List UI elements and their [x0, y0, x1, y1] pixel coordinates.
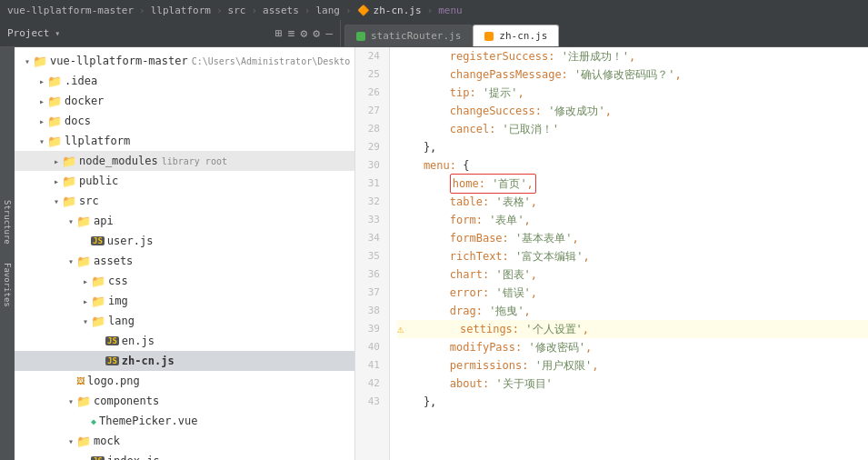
- code-seg-34: '基本表单': [515, 229, 572, 247]
- title-menu: menu: [438, 5, 463, 16]
- project-dropdown-arrow[interactable]: ▾: [55, 28, 60, 38]
- code-line-27: changeSuccess: '修改成功',: [397, 102, 868, 120]
- code-seg-25: '确认修改密码吗？': [574, 65, 674, 84]
- tree-arrow-5: ▸: [51, 156, 62, 166]
- tree-item-16[interactable]: 🖼logo.png: [15, 371, 354, 391]
- tree-arrow-0: ▾: [22, 56, 33, 66]
- folder-icon-8: 📁: [76, 215, 91, 228]
- code-seg-25: changePassMessage:: [397, 65, 574, 84]
- code-editor: 2425262728293031323334353637383940414243…: [355, 47, 868, 460]
- line-num-41: 41: [355, 356, 384, 375]
- tree-item-11[interactable]: ▸📁css: [15, 271, 354, 291]
- warn-icon-39: ⚠: [397, 320, 404, 338]
- code-lines[interactable]: registerSuccess: '注册成功！', changePassMess…: [390, 47, 868, 460]
- code-seg-42: about:: [397, 375, 495, 393]
- tree-item-15[interactable]: JSzh-cn.js: [15, 351, 354, 371]
- code-seg-39: settings:: [407, 320, 525, 338]
- code-seg-26: '提示': [483, 84, 517, 102]
- code-line-24: registerSuccess: '注册成功！',: [397, 47, 868, 65]
- folder-icon-17: 📁: [76, 395, 91, 408]
- code-line-30: menu: {: [397, 156, 868, 175]
- line-num-33: 33: [355, 211, 384, 229]
- tree-label-9: user.js: [107, 235, 154, 247]
- tree-item-5[interactable]: ▸📁node_moduleslibrary root: [15, 151, 354, 171]
- code-seg-35: richText:: [397, 247, 515, 265]
- tree-badge-5: library root: [162, 156, 227, 166]
- tree-label-11: css: [108, 275, 128, 287]
- tree-item-8[interactable]: ▾📁api: [15, 211, 354, 231]
- line-num-43: 43: [355, 393, 384, 411]
- folder-icon-4: 📁: [47, 135, 62, 148]
- tab-zh-cn-label: zh-cn.js: [499, 30, 547, 42]
- line-num-35: 35: [355, 247, 384, 265]
- tree-label-8: api: [94, 215, 114, 227]
- tree-item-7[interactable]: ▾📁src: [15, 191, 354, 211]
- tree-item-3[interactable]: ▸📁docs: [15, 111, 354, 131]
- tree-item-14[interactable]: JSen.js: [15, 331, 354, 351]
- code-seg-37: ,: [531, 284, 537, 302]
- tree-item-17[interactable]: ▾📁components: [15, 391, 354, 411]
- tree-item-6[interactable]: ▸📁public: [15, 171, 354, 191]
- tree-item-2[interactable]: ▸📁docker: [15, 91, 354, 111]
- tab-zh-cn[interactable]: zh-cn.js: [473, 25, 559, 46]
- line-num-38: 38: [355, 302, 384, 320]
- line-num-31: 31: [355, 175, 384, 193]
- favorites-tab[interactable]: Favorites: [3, 263, 12, 307]
- tree-extra-0: C:\Users\Administrator\Deskto: [192, 56, 351, 66]
- vue-icon-18: ◆: [91, 416, 96, 426]
- code-seg-27: changeSuccess:: [397, 102, 548, 120]
- tab-static-router-icon: [356, 32, 365, 41]
- code-seg-35: ,: [584, 247, 590, 265]
- tree-arrow-11: ▸: [80, 276, 91, 286]
- code-seg-28: '已取消！': [503, 120, 559, 138]
- sidebar-list-icon[interactable]: ≡: [288, 26, 295, 40]
- tree-item-9[interactable]: JSuser.js: [15, 231, 354, 251]
- tree-item-1[interactable]: ▸📁.idea: [15, 71, 354, 91]
- tree-item-4[interactable]: ▾📁llplatform: [15, 131, 354, 151]
- tree-label-15: zh-cn.js: [122, 355, 175, 367]
- tree-item-0[interactable]: ▾📁vue-llplatform-masterC:\Users\Administ…: [15, 51, 354, 71]
- tree-label-2: docker: [65, 95, 104, 107]
- title-src: src: [228, 5, 246, 16]
- code-line-25: changePassMessage: '确认修改密码吗？',: [397, 65, 868, 84]
- code-seg-33: '表单': [489, 211, 524, 229]
- structure-tab[interactable]: Structure: [3, 200, 12, 245]
- tree-label-4: llplatform: [65, 135, 130, 147]
- tree-item-12[interactable]: ▸📁img: [15, 291, 354, 311]
- tree-item-19[interactable]: ▾📁mock: [15, 431, 354, 451]
- code-seg-30: menu:: [397, 156, 463, 175]
- code-seg-40: modifyPass:: [397, 338, 529, 356]
- line-num-27: 27: [355, 102, 384, 120]
- js-icon-14: JS: [105, 336, 119, 345]
- tree-label-13: lang: [108, 315, 135, 327]
- code-line-33: form: '表单',: [397, 211, 868, 229]
- line-num-40: 40: [355, 338, 384, 356]
- sidebar-filter-icon[interactable]: ⚙: [301, 26, 308, 40]
- code-line-35: richText: '富文本编辑',: [397, 247, 868, 265]
- sidebar-minimize-icon[interactable]: —: [325, 26, 333, 40]
- folder-icon-2: 📁: [47, 95, 62, 108]
- code-seg-24: registerSuccess:: [397, 47, 562, 65]
- code-seg-38: '拖曳': [489, 302, 524, 320]
- tree-arrow-19: ▾: [65, 436, 76, 446]
- code-seg-29: },: [397, 138, 436, 156]
- tab-zh-cn-icon: [484, 32, 494, 41]
- tree-item-18[interactable]: ◆ThemePicker.vue: [15, 411, 354, 431]
- tree-arrow-17: ▾: [65, 396, 76, 406]
- line-num-37: 37: [355, 284, 384, 302]
- title-zhcn: zh-cn.js: [374, 5, 422, 16]
- code-line-42: about: '关于项目': [397, 375, 868, 393]
- code-seg-35: '富文本编辑': [515, 247, 583, 265]
- tree-item-13[interactable]: ▾📁lang: [15, 311, 354, 331]
- code-seg-39: '个人设置': [525, 320, 582, 338]
- tree-arrow-8: ▾: [65, 216, 76, 226]
- tree-item-10[interactable]: ▾📁assets: [15, 251, 354, 271]
- code-line-28: cancel: '已取消！': [397, 120, 868, 138]
- tab-static-router[interactable]: staticRouter.js: [344, 25, 473, 46]
- sidebar-settings-icon[interactable]: ⚙: [313, 26, 320, 40]
- sidebar-grid-icon[interactable]: ⊞: [275, 26, 283, 40]
- code-area: 2425262728293031323334353637383940414243…: [355, 47, 868, 460]
- folder-icon-3: 📁: [47, 115, 62, 128]
- code-line-34: formBase: '基本表单',: [397, 229, 868, 247]
- tree-item-20[interactable]: JSindex.js: [15, 451, 354, 460]
